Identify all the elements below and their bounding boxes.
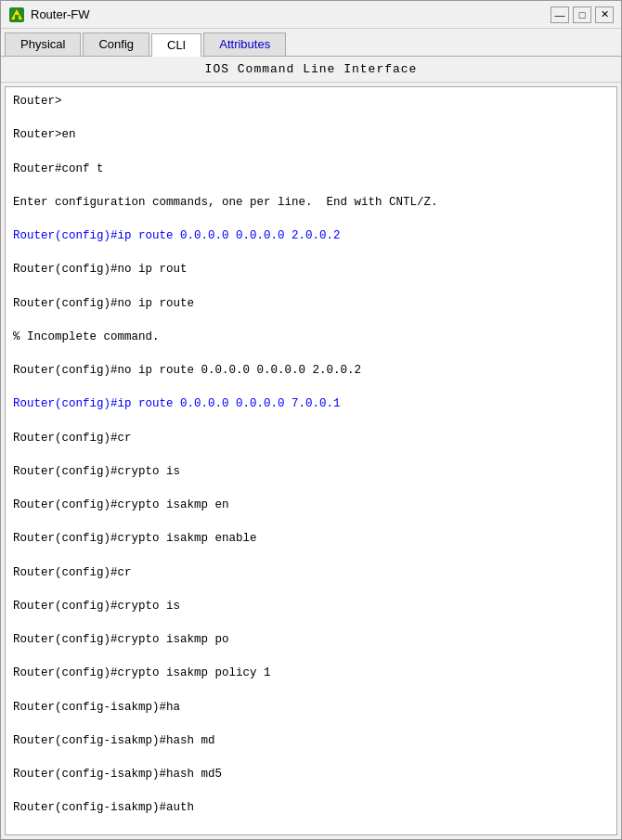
- svg-rect-2: [15, 15, 19, 19]
- main-window: Router-FW — □ ✕ Physical Config CLI Attr…: [0, 0, 622, 840]
- cli-terminal[interactable]: Router> Router>en Router#conf t Enter co…: [5, 86, 617, 835]
- window-title: Router-FW: [31, 7, 90, 21]
- tab-bar: Physical Config CLI Attributes: [1, 29, 621, 57]
- tab-physical[interactable]: Physical: [5, 32, 81, 56]
- tab-cli[interactable]: CLI: [151, 33, 201, 57]
- title-bar: Router-FW — □ ✕: [1, 1, 621, 29]
- close-button[interactable]: ✕: [595, 6, 614, 23]
- app-icon: [8, 6, 25, 23]
- minimize-button[interactable]: —: [551, 6, 569, 23]
- cli-output: Router> Router>en Router#conf t Enter co…: [6, 87, 616, 835]
- title-bar-controls: — □ ✕: [551, 6, 614, 23]
- tab-attributes[interactable]: Attributes: [203, 32, 286, 56]
- title-bar-left: Router-FW: [8, 6, 90, 23]
- maximize-button[interactable]: □: [573, 6, 591, 23]
- subtitle: IOS Command Line Interface: [1, 57, 621, 83]
- tab-config[interactable]: Config: [83, 32, 149, 56]
